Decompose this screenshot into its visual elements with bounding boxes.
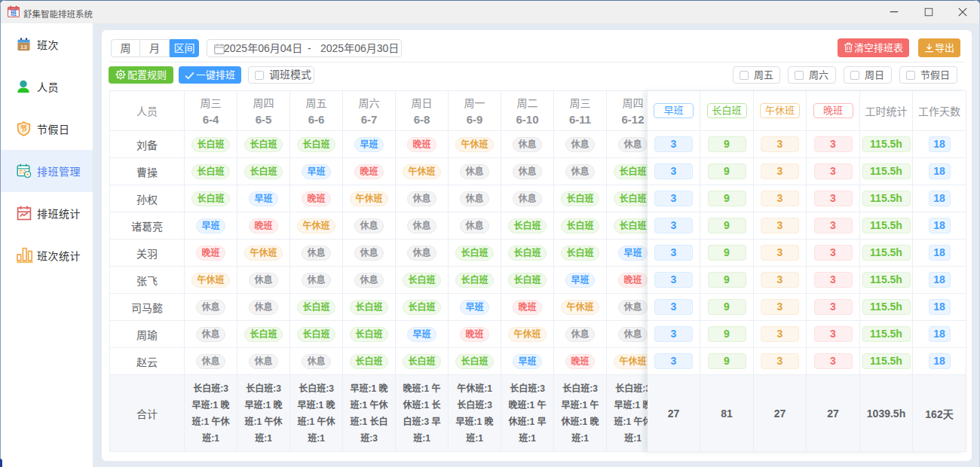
svg-text:13: 13 <box>20 44 27 50</box>
svg-text:班: 班 <box>11 9 17 17</box>
svg-text:节: 节 <box>20 124 27 133</box>
